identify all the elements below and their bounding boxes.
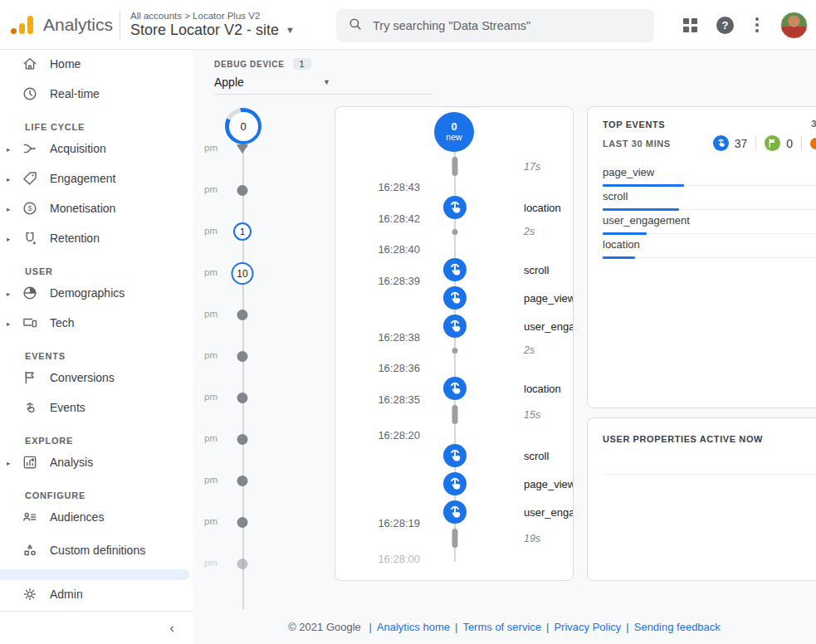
timeline-current-minute[interactable]: 0 [225,108,261,144]
sidebar-item-engagement[interactable]: ▸ Engagement [0,164,193,194]
timeline-time-label: pm [193,226,217,236]
device-select[interactable]: Apple ▼ [214,76,330,94]
footer-link-privacy-policy[interactable]: Privacy Policy [554,621,621,633]
timeline-count-ring[interactable]: 1 [233,222,252,241]
expand-caret-icon[interactable]: ▸ [7,145,15,154]
stream-gap-row: 17s [335,155,573,180]
sidebar-item-acquisition[interactable]: ▸ Acquisition [0,134,193,164]
stream-event-row[interactable]: page_view [335,471,573,499]
sidebar-item-analysis[interactable]: ▸ Analysis [0,448,193,478]
logo[interactable]: Analytics [0,14,118,36]
gap-duration: 2s [524,344,574,358]
touch-icon [22,399,40,417]
stream-event-row[interactable]: 16:28:19 user_engagement [335,499,573,527]
stream-timestamp-row: 16:28:36 [335,361,573,375]
sidebar-section-explore: EXPLORE [0,423,193,448]
touch-event-icon [443,500,467,524]
sidebar-item-real-time[interactable]: Real-time [0,80,193,110]
user-properties-title: USER PROPERTIES ACTIVE NOW [603,434,763,444]
main-content: DEBUG DEVICE 1 Apple ▼ 0 pm pm pm1 pm10 … [193,50,816,644]
gap-marker [452,529,458,548]
expand-caret-icon[interactable]: ▸ [7,205,15,213]
sidebar-item-home[interactable]: Home [0,50,193,80]
touch-event-icon [443,472,467,495]
sidebar-item-tech[interactable]: ▸ Tech [0,309,193,339]
devices-icon [22,315,40,333]
stream-head-count: 0 [451,121,457,132]
header-divider [120,11,120,39]
sidebar-item-custom-definitions[interactable]: Custom definitions [0,533,193,569]
stream-event-row[interactable]: page_view [335,285,573,313]
avatar[interactable] [780,12,808,39]
stream-head-sub: new [446,132,462,143]
event-name: location [524,383,574,396]
footer-link-analytics-home[interactable]: Analytics home [377,621,450,633]
breadcrumb: All accounts > Locator Plus V2 [130,11,295,21]
timeline-current-value: 0 [229,112,258,141]
touch-event-icon [443,315,467,338]
sidebar-item-admin[interactable]: Admin [0,580,193,610]
search-bar[interactable] [336,9,654,42]
footer-separator: | [455,621,457,633]
touch-event-icon [443,196,467,219]
stream-head-badge[interactable]: 0 new [434,112,474,152]
expand-caret-icon[interactable]: ▸ [7,235,15,243]
collapse-sidebar-button[interactable]: ‹ [169,620,174,637]
account-switcher[interactable]: All accounts > Locator Plus V2 Store Loc… [130,11,295,39]
stream-gap-row: 2s [335,341,573,361]
sidebar-item-conversions[interactable]: Conversions [0,363,193,393]
search-input[interactable] [373,19,643,32]
timeline-time-label: pm [193,309,217,319]
kebab-menu-icon[interactable] [752,14,762,36]
sidebar-section-life-cycle: LIFE CYCLE [0,110,193,134]
gap-marker [452,348,458,354]
expand-caret-icon[interactable]: ▸ [7,320,15,328]
timeline-time-label: pm [193,184,217,194]
user-properties-card: USER PROPERTIES ACTIVE NOW [587,417,816,581]
event-name: scroll [524,450,574,463]
timeline-dot-marker [237,185,248,196]
footer-link-terms-of-service[interactable]: Terms of service [462,621,541,633]
event-stream-card: 0 new 17s 16:28:43 16:28:42 location 2s … [335,106,574,581]
timeline-time-label: pm [193,267,217,277]
timeline-count-ring[interactable]: 10 [232,262,254,285]
touch-event-icon [443,444,467,467]
timeline-time-label: pm [193,516,217,526]
stream-event-row[interactable]: 16:28:39 scroll [335,256,573,285]
sidebar-item-monetisation[interactable]: ▸ $ Monetisation [0,194,193,224]
sidebar-item-retention[interactable]: ▸ Retention [0,224,193,254]
timeline-dot-marker [237,559,248,569]
apps-grid-icon[interactable] [682,17,698,33]
top-event-row[interactable]: scroll [603,186,816,210]
help-icon[interactable]: ? [716,17,734,34]
stream-gap-row: 19s [335,527,573,552]
sidebar-item-audiences[interactable]: Audiences [0,503,193,533]
dollar-icon: $ [22,200,40,218]
gap-duration: 17s [524,161,574,174]
sidebar-item-events[interactable]: Events [0,393,193,423]
expand-caret-icon[interactable]: ▸ [7,175,15,183]
timeline-dot-marker [237,393,248,403]
stream-event-row[interactable]: 16:28:38 user_engagement [335,313,573,341]
app-header: Analytics All accounts > Locator Plus V2… [0,0,816,50]
chart-icon [22,454,40,472]
top-event-row[interactable]: location [603,234,816,258]
acquisition-icon [22,140,40,159]
top-event-row[interactable]: user_engagement [603,210,816,234]
stream-event-row[interactable]: 16:28:35 location [335,375,573,403]
timeline-line [242,144,244,609]
tag-icon [22,170,40,188]
event-name: user_engagement [524,320,574,334]
top-event-row[interactable]: page_view [603,162,816,186]
stream-event-row[interactable]: scroll [335,442,573,471]
home-icon [22,56,40,74]
flag-icon [22,369,40,388]
stream-timestamp-row: 16:28:00 [335,552,573,566]
sidebar-hover-highlight [0,569,189,580]
expand-caret-icon[interactable]: ▸ [7,459,15,467]
footer-link-sending-feedback[interactable]: Sending feedback [634,621,721,633]
event-name: scroll [524,264,574,277]
stream-event-row[interactable]: 16:28:42 location [335,194,573,222]
expand-caret-icon[interactable]: ▸ [7,290,15,298]
sidebar-item-demographics[interactable]: ▸ Demographics [0,279,193,309]
